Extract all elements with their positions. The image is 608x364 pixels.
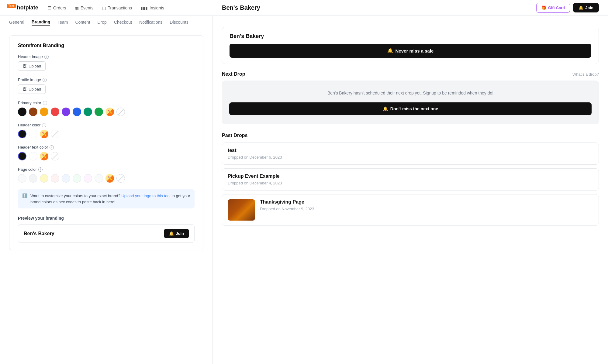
next-drop-section: Next Drop What's a drop? Ben's Bakery ha… [222,71,599,124]
top-nav: ☰ Orders ▦ Events ◫ Transactions ▮▮▮ Ins… [47,5,164,10]
preview-card: Ben's Bakery 🔔 Join [18,224,195,243]
subnav-team[interactable]: Team [57,20,68,25]
header-custom-color[interactable]: ✏️ [40,130,48,138]
brand-color-info-box: ℹ️ Want to customize your colors to your… [18,189,195,208]
page-color-info-icon[interactable]: i [38,167,43,172]
past-drop-thanksgiving[interactable]: Thanksgiving Page Dropped on November 9,… [222,194,599,226]
subnav-drop[interactable]: Drop [98,20,107,25]
past-drop-test[interactable]: test Dropped on December 6, 2023 [222,143,599,165]
profile-image-info-icon[interactable]: i [43,78,47,82]
header-text-color-swatches: ✏️ [18,152,195,160]
page-color-field: Page color i ✏️ [18,167,195,183]
preview-join-button[interactable]: 🔔 Join [164,229,189,238]
subnav-content[interactable]: Content [75,20,90,25]
right-store-title: Ben's Bakery [222,4,260,11]
header-image-field: Header image i 🖼 Upload [18,54,195,71]
header-no-color[interactable] [51,130,59,138]
page-color-label: Page color [18,167,37,172]
header-swatch-black[interactable] [18,130,26,138]
past-drops-section: Past Drops test Dropped on December 6, 2… [222,133,599,226]
page-swatch-7[interactable] [84,174,92,183]
right-panel: Ben's Bakery 🔔 Never miss a sale Next Dr… [213,16,608,364]
header-color-label: Header color [18,123,40,127]
swatch-red[interactable] [51,108,59,116]
swatch-teal[interactable] [84,108,92,116]
nav-transactions[interactable]: ◫ Transactions [102,5,132,10]
subnav-checkout[interactable]: Checkout [114,20,132,25]
thanksgiving-image [228,199,255,221]
transactions-icon: ◫ [102,5,106,10]
preview-store-name: Ben's Bakery [24,231,54,236]
header-text-color-label: Header text color [18,145,48,149]
past-drop-pickup[interactable]: Pickup Event Example Dropped on December… [222,168,599,191]
page-custom-color[interactable]: ✏️ [105,174,114,183]
htext-swatch-white[interactable] [29,152,37,160]
profile-image-upload-button[interactable]: 🖼 Upload [18,84,46,94]
profile-image-label: Profile image [18,77,41,82]
store-card-name: Ben's Bakery [230,33,591,39]
bell-icon-preview: 🔔 [169,231,174,236]
page-swatch-2[interactable] [29,174,37,183]
page-swatch-5[interactable] [62,174,70,183]
subnav-branding[interactable]: Branding [32,19,50,26]
header-color-swatches: ✏️ [18,130,195,138]
never-miss-button[interactable]: 🔔 Never miss a sale [230,44,591,58]
htext-swatch-black[interactable] [18,152,26,160]
subnav-general[interactable]: General [9,20,24,25]
header-text-color-info-icon[interactable]: i [50,145,54,149]
dont-miss-button[interactable]: 🔔 Don't miss the next one [229,102,592,115]
primary-custom-color[interactable]: ✏️ [105,108,114,116]
nav-events[interactable]: ▦ Events [75,5,94,10]
nav-insights[interactable]: ▮▮▮ Insights [140,5,164,10]
upload-icon-header: 🖼 [22,64,26,68]
page-swatch-3[interactable] [40,174,48,183]
bell-icon-right: 🔔 [579,5,583,10]
sub-nav: General Branding Team Content Drop Check… [0,16,212,29]
header-image-info-icon[interactable]: i [44,55,49,59]
store-card: Ben's Bakery 🔔 Never miss a sale [222,27,599,64]
events-icon: ▦ [75,5,79,10]
past-drops-heading: Past Drops [222,133,599,138]
header-swatch-white[interactable] [29,130,37,138]
info-box-text: Want to customize your colors to your ex… [30,193,190,205]
swatch-black[interactable] [18,108,26,116]
storefront-branding-card: Storefront Branding Header image i 🖼 Upl… [9,35,203,250]
swatch-yellow[interactable] [40,108,48,116]
logo-badge: Test [7,4,16,8]
join-button-right[interactable]: 🔔 Join [573,3,599,12]
htext-custom-color[interactable]: ✏️ [40,152,48,160]
drop-empty-text: Ben's Bakery hasn't scheduled their next… [229,90,592,96]
swatch-purple[interactable] [62,108,70,116]
page-no-color[interactable] [116,174,125,183]
primary-color-field: Primary color i ✏️ [18,101,195,116]
primary-no-color[interactable] [116,108,125,116]
whats-drop-link[interactable]: What's a drop? [572,72,599,77]
next-drop-heading: Next Drop [222,71,245,77]
page-swatch-1[interactable] [18,174,26,183]
page-swatch-8[interactable] [95,174,103,183]
swatch-green[interactable] [95,108,103,116]
header-image-label: Header image [18,54,43,59]
upload-logo-link[interactable]: Upload your logo to this tool [121,194,170,198]
gift-card-button[interactable]: 🎁 Gift Card [536,3,570,13]
section-title: Storefront Branding [18,43,195,48]
swatch-brown[interactable] [29,108,37,116]
preview-title: Preview your branding [18,216,195,221]
page-swatch-6[interactable] [73,174,81,183]
nav-orders[interactable]: ☰ Orders [47,5,66,10]
subnav-discounts[interactable]: Discounts [170,20,188,25]
subnav-notifications[interactable]: Notifications [139,20,162,25]
gift-icon: 🎁 [541,5,546,10]
header-color-info-icon[interactable]: i [42,123,46,127]
swatch-blue[interactable] [73,108,81,116]
logo-text: hotplate [17,5,38,11]
profile-image-field: Profile image i 🖼 Upload [18,77,195,94]
upload-icon-profile: 🖼 [22,87,26,91]
htext-no-color[interactable] [51,152,59,160]
drop-empty-card: Ben's Bakery hasn't scheduled their next… [222,81,599,124]
primary-color-info-icon[interactable]: i [43,101,47,105]
header-image-upload-button[interactable]: 🖼 Upload [18,61,46,71]
page-swatch-4[interactable] [51,174,59,183]
primary-color-label: Primary color [18,101,41,105]
header-actions: 🎁 Gift Card 🔔 Join [536,3,599,13]
